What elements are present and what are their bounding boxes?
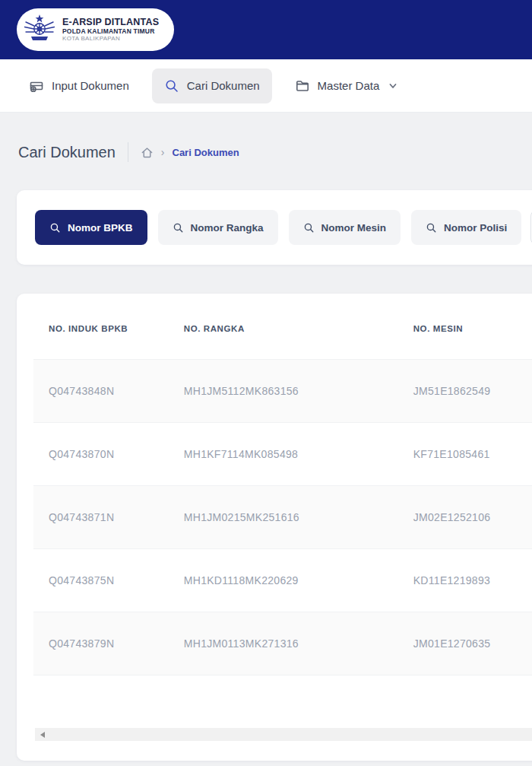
breadcrumb-separator: ›	[161, 146, 165, 158]
police-traffic-emblem-icon	[23, 13, 56, 46]
nav-item-input-dokumen[interactable]: Input Dokumen	[17, 68, 141, 103]
scroll-left-arrow-icon[interactable]	[40, 732, 45, 738]
document-scanner-add-icon	[29, 78, 44, 94]
tab-label: Nomor Polisi	[444, 222, 507, 234]
results-table: NO. INDUK BPKB NO. RANGKA NO. MESIN NO. …	[33, 294, 532, 675]
search-icon	[49, 222, 61, 234]
divider	[128, 142, 128, 162]
cell-no-rangka: MH1JM0215MK251616	[169, 486, 398, 549]
breadcrumb-current-link[interactable]: Cari Dokumen	[173, 147, 239, 158]
home-icon[interactable]	[141, 146, 154, 159]
column-header-no-mesin[interactable]: NO. MESIN	[398, 294, 532, 360]
breadcrumb: Cari Dokumen › Cari Dokumen	[18, 141, 532, 163]
logo-text-block: E-ARSIP DITLANTAS POLDA KALIMANTAN TIMUR…	[62, 17, 159, 42]
cell-no-induk-bpkb: Q04743879N	[33, 612, 169, 675]
table-row[interactable]: Q04743870N MH1KF7114MK085498 KF71E108546…	[33, 423, 532, 486]
table-row[interactable]: Q04743871N MH1JM0215MK251616 JM02E125210…	[33, 486, 532, 549]
page-title: Cari Dokumen	[18, 144, 116, 161]
horizontal-scrollbar[interactable]	[35, 728, 532, 741]
column-header-no-rangka[interactable]: NO. RANGKA	[169, 294, 398, 360]
main-navbar: Input Dokumen Cari Dokumen Master Data	[0, 59, 532, 113]
nav-item-label: Master Data	[318, 79, 380, 92]
search-icon	[426, 222, 437, 234]
cell-no-rangka: MH1JM5112MK863156	[169, 360, 398, 423]
cell-no-rangka: MH1KD1118MK220629	[169, 549, 398, 612]
cell-no-induk-bpkb: Q04743875N	[33, 549, 169, 612]
app-logo[interactable]: E-ARSIP DITLANTAS POLDA KALIMANTAN TIMUR…	[17, 8, 174, 51]
tab-nomor-polisi[interactable]: Nomor Polisi	[411, 210, 521, 245]
nav-item-cari-dokumen[interactable]: Cari Dokumen	[152, 68, 272, 103]
search-icon	[173, 222, 184, 234]
cell-no-induk-bpkb: Q04743848N	[33, 360, 169, 423]
chevron-down-icon	[388, 81, 397, 91]
results-table-card: NO. INDUK BPKB NO. RANGKA NO. MESIN NO. …	[17, 294, 532, 761]
tab-label: Nomor Mesin	[321, 222, 387, 234]
cell-no-rangka: MH1JM0113MK271316	[169, 612, 398, 675]
cell-no-mesin: JM01E1270635	[398, 612, 532, 675]
search-type-card: Nomor BPKB Nomor Rangka Nomor Mesin Nomo…	[17, 190, 532, 265]
logo-city: KOTA BALIKPAPAN	[62, 35, 159, 42]
cell-no-mesin: JM02E1252106	[398, 486, 532, 549]
table-row[interactable]: Q04743848N MH1JM5112MK863156 JM51E186254…	[33, 360, 532, 423]
table-header-row: NO. INDUK BPKB NO. RANGKA NO. MESIN NO. …	[33, 294, 532, 360]
table-row[interactable]: Q04743879N MH1JM0113MK271316 JM01E127063…	[33, 612, 532, 675]
top-app-bar: E-ARSIP DITLANTAS POLDA KALIMANTAN TIMUR…	[0, 0, 532, 59]
tab-nomor-mesin[interactable]: Nomor Mesin	[289, 210, 401, 245]
tab-label: Nomor BPKB	[68, 222, 133, 234]
tab-nomor-rangka[interactable]: Nomor Rangka	[158, 210, 278, 245]
folder-icon	[295, 78, 310, 94]
tab-nomor-bpkb[interactable]: Nomor BPKB	[35, 210, 147, 245]
column-header-no-induk-bpkb[interactable]: NO. INDUK BPKB	[33, 294, 169, 360]
cell-no-mesin: KD11E1219893	[398, 549, 532, 612]
cell-no-induk-bpkb: Q04743871N	[33, 486, 169, 549]
cell-no-mesin: KF71E1085461	[398, 423, 532, 486]
cell-no-induk-bpkb: Q04743870N	[33, 423, 169, 486]
table-row[interactable]: Q04743875N MH1KD1118MK220629 KD11E121989…	[33, 549, 532, 612]
nav-item-label: Cari Dokumen	[187, 79, 260, 92]
search-icon	[303, 222, 315, 234]
nav-item-label: Input Dokumen	[52, 79, 129, 92]
cell-no-rangka: MH1KF7114MK085498	[169, 423, 398, 486]
tab-label: Nomor Rangka	[191, 222, 264, 234]
cell-no-mesin: JM51E1862549	[398, 360, 532, 423]
logo-subtitle: POLDA KALIMANTAN TIMUR	[62, 28, 159, 36]
nav-item-master-data[interactable]: Master Data	[283, 68, 410, 103]
logo-title: E-ARSIP DITLANTAS	[62, 17, 159, 27]
search-icon	[164, 78, 179, 94]
